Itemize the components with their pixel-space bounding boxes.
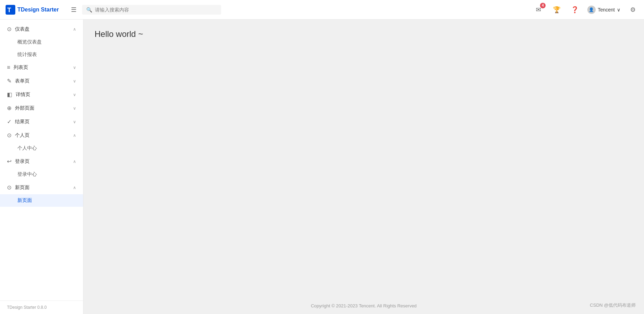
login-icon: ↩ xyxy=(7,158,11,165)
content-area: Hello world ~ xyxy=(83,19,644,298)
sidebar-item-label: 结果页 xyxy=(15,119,70,125)
form-icon: ✎ xyxy=(7,78,11,84)
logo[interactable]: T TDesign Starter xyxy=(6,5,68,15)
sidebar-footer: TDesign Starter 0.8.0 xyxy=(0,300,83,314)
sidebar-item-personal[interactable]: ⊙ 个人页 ∧ xyxy=(0,128,83,142)
sidebar-item-label: 详情页 xyxy=(16,92,70,98)
sidebar-item-new[interactable]: 新页面 xyxy=(0,194,83,207)
main-content: Hello world ~ Copyright © 2021-2023 Tenc… xyxy=(83,19,644,314)
footer: Copyright © 2021-2023 Tencent. All Right… xyxy=(83,298,644,314)
sidebar-item-label: 个人页 xyxy=(15,132,70,139)
result-icon: ✓ xyxy=(7,118,11,125)
gear-icon: ⚙ xyxy=(630,6,636,14)
profile-label: 个人中心 xyxy=(17,145,37,151)
chevron-down-icon: ∨ xyxy=(73,65,76,70)
new-label: 新页面 xyxy=(17,197,32,204)
help-button[interactable]: ❓ xyxy=(569,4,580,15)
chevron-down-icon: ∨ xyxy=(73,106,76,111)
sidebar: ⊙ 仪表盘 ∧ 概览仪表盘 统计报表 ≡ 列表页 ∨ ✎ 表单页 ∨ xyxy=(0,19,83,314)
layout: ⊙ 仪表盘 ∧ 概览仪表盘 统计报表 ≡ 列表页 ∨ ✎ 表单页 ∨ xyxy=(0,19,644,314)
search-icon: 🔍 xyxy=(86,7,92,13)
header: T TDesign Starter ☰ 🔍 ✉ 4 🏆 ❓ 👤 Tencent … xyxy=(0,0,644,19)
logo-text: TDesign Starter xyxy=(17,7,59,13)
sidebar-item-newpage[interactable]: ⊙ 新页面 ∧ xyxy=(0,181,83,194)
sidebar-item-detail[interactable]: ◧ 详情页 ∨ xyxy=(0,88,83,101)
version-text: TDesign Starter 0.8.0 xyxy=(7,305,47,310)
chevron-up-icon: ∧ xyxy=(73,27,76,32)
login-center-label: 登录中心 xyxy=(17,171,37,178)
user-name: Tencent xyxy=(598,7,615,13)
notification-badge: 4 xyxy=(540,3,546,8)
sidebar-nav: ⊙ 仪表盘 ∧ 概览仪表盘 统计报表 ≡ 列表页 ∨ ✎ 表单页 ∨ xyxy=(0,19,83,300)
chevron-down-icon: ∨ xyxy=(73,79,76,84)
sidebar-item-label: 列表页 xyxy=(14,64,70,71)
stats-label: 统计报表 xyxy=(17,52,37,58)
dashboard-icon: ⊙ xyxy=(7,26,11,32)
user-area[interactable]: 👤 Tencent ∨ xyxy=(587,6,620,14)
user-chevron-icon: ∨ xyxy=(617,7,620,13)
chevron-up-icon: ∧ xyxy=(73,159,76,164)
footer-right-text: CSDN @低代码布道师 xyxy=(590,302,636,308)
sidebar-item-result[interactable]: ✓ 结果页 ∨ xyxy=(0,115,83,128)
logo-icon: T xyxy=(6,5,15,15)
external-icon: ⊕ xyxy=(7,105,11,111)
sidebar-item-external[interactable]: ⊕ 外部页面 ∨ xyxy=(0,101,83,115)
search-area: 🔍 xyxy=(82,5,221,15)
svg-text:T: T xyxy=(7,7,11,14)
avatar: 👤 xyxy=(587,6,596,14)
sidebar-item-login-center[interactable]: 登录中心 xyxy=(0,168,83,181)
sidebar-item-overview[interactable]: 概览仪表盘 xyxy=(0,36,83,48)
copyright-text: Copyright © 2021-2023 Tencent. All Right… xyxy=(311,303,417,308)
sidebar-item-form[interactable]: ✎ 表单页 ∨ xyxy=(0,74,83,88)
avatar-icon: 👤 xyxy=(589,7,594,12)
sidebar-item-label: 外部页面 xyxy=(15,105,70,111)
search-input[interactable] xyxy=(95,7,217,13)
menu-icon: ☰ xyxy=(71,6,77,13)
sidebar-item-list[interactable]: ≡ 列表页 ∨ xyxy=(0,61,83,74)
sidebar-item-label: 表单页 xyxy=(15,78,70,84)
settings-button[interactable]: ⚙ xyxy=(627,4,638,15)
newpage-icon: ⊙ xyxy=(7,184,11,191)
trophy-icon: 🏆 xyxy=(553,6,561,14)
sidebar-item-label: 新页面 xyxy=(15,185,70,191)
page-title: Hello world ~ xyxy=(95,29,633,39)
menu-toggle-button[interactable]: ☰ xyxy=(68,4,79,16)
sidebar-item-dashboard[interactable]: ⊙ 仪表盘 ∧ xyxy=(0,22,83,36)
overview-label: 概览仪表盘 xyxy=(17,39,42,45)
chevron-down-icon: ∨ xyxy=(73,92,76,97)
chevron-down-icon: ∨ xyxy=(73,119,76,124)
notification-button[interactable]: ✉ 4 xyxy=(533,4,544,15)
sidebar-item-label: 登录页 xyxy=(15,158,70,165)
chevron-up-icon: ∧ xyxy=(73,133,76,138)
sidebar-item-login[interactable]: ↩ 登录页 ∧ xyxy=(0,155,83,168)
sidebar-item-profile[interactable]: 个人中心 xyxy=(0,142,83,155)
list-icon: ≡ xyxy=(7,64,10,71)
detail-icon: ◧ xyxy=(7,91,12,98)
header-right: ✉ 4 🏆 ❓ 👤 Tencent ∨ ⚙ xyxy=(533,4,638,15)
sidebar-item-label: 仪表盘 xyxy=(15,26,70,32)
help-icon: ❓ xyxy=(571,6,579,14)
trophy-button[interactable]: 🏆 xyxy=(551,4,562,15)
sidebar-item-stats[interactable]: 统计报表 xyxy=(0,48,83,61)
chevron-up-icon: ∧ xyxy=(73,185,76,190)
personal-icon: ⊙ xyxy=(7,132,11,139)
